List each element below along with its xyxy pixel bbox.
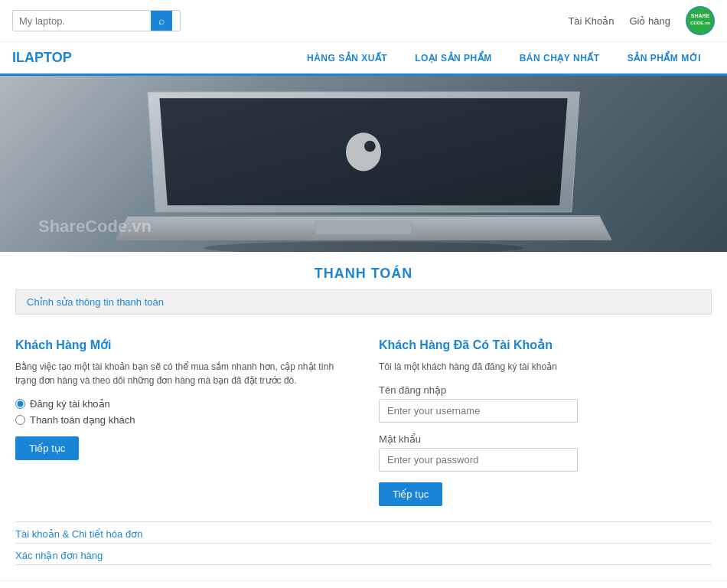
nav-ban-chay-nhat[interactable]: BÁN CHẠY NHẤT [506,44,614,73]
svg-text:SHARE: SHARE [691,13,710,18]
svg-point-7 [204,241,523,252]
section-header: Chỉnh sửa thông tin thanh toán [15,289,712,315]
section-header-link[interactable]: Chỉnh sửa thông tin thanh toán [27,296,164,308]
logo-icon: SHARE CODE.vn [686,6,715,35]
existing-customer-desc: Tôi là một khách hàng đã đăng ký tài kho… [379,360,712,374]
password-group: Mật khẩu [379,433,712,472]
main-nav: HÀNG SẢN XUẤT LOẠI SẢN PHẨM BÁN CHẠY NHẤ… [293,44,715,73]
hero-banner: ShareCode.vn [0,76,727,252]
username-group: Tên đăng nhập [379,384,712,423]
nav-loai-san-pham[interactable]: LOẠI SẢN PHẨM [401,44,506,73]
checkout-columns: Khách Hàng Mới Bằng việc tạo một tài kho… [15,330,712,521]
username-label: Tên đăng nhập [379,384,712,396]
page-title: THANH TOÁN [15,252,712,289]
cart-link[interactable]: Giỏ hàng [629,15,670,27]
new-customer-col: Khách Hàng Mới Bằng việc tạo một tài kho… [15,338,348,506]
nav-brand: ILAPTOP [12,42,87,74]
bottom-link-confirm: Xác nhận đơn hàng [15,544,712,564]
password-label: Mật khẩu [379,433,712,445]
radio-guest-input[interactable] [15,415,25,425]
account-detail-link[interactable]: Tài khoản & Chi tiết hóa đơn [15,528,142,540]
search-button[interactable]: ⌕ [151,11,172,31]
username-input[interactable] [379,399,578,423]
nav-san-pham-moi[interactable]: SẢN PHẨM MỚI [614,44,715,73]
radio-guest-label: Thanh toán dạng khách [30,414,135,426]
svg-point-3 [346,132,381,171]
register-options: Đăng ký tài khoản Thanh toán dạng khách [15,398,348,426]
top-bar: ⌕ Tài Khoản Giỏ hàng SHARE CODE.vn [0,0,727,42]
search-bar[interactable]: ⌕ [12,10,181,31]
search-input[interactable] [13,11,151,31]
radio-guest[interactable]: Thanh toán dạng khách [15,414,348,426]
account-link[interactable]: Tài Khoản [568,15,614,27]
svg-text:CODE.vn: CODE.vn [690,21,710,25]
confirm-order-link[interactable]: Xác nhận đơn hàng [15,550,103,561]
nav-bar: ILAPTOP HÀNG SẢN XUẤT LOẠI SẢN PHẨM BÁN … [0,42,727,76]
bottom-link-account: Tài khoản & Chi tiết hóa đơn [15,522,712,543]
existing-customer-title: Khách Hàng Đã Có Tài Khoản [379,338,712,352]
radio-register-label: Đăng ký tài khoản [30,398,110,410]
logo-area: SHARE CODE.vn [686,6,715,35]
new-customer-desc: Bằng việc tạo một tài khoản bạn sẽ có th… [15,360,348,387]
svg-rect-5 [315,221,411,234]
guest-continue-button[interactable]: Tiếp tục [15,436,79,460]
new-customer-title: Khách Hàng Mới [15,338,348,352]
main-content: THANH TOÁN Chỉnh sửa thông tin thanh toá… [0,252,727,580]
svg-point-4 [364,141,376,152]
divider-3 [15,564,712,565]
existing-continue-button[interactable]: Tiếp tục [379,482,442,506]
nav-hang-san-xuat[interactable]: HÀNG SẢN XUẤT [293,44,401,73]
top-right-links: Tài Khoản Giỏ hàng SHARE CODE.vn [568,6,715,35]
password-input[interactable] [379,448,578,472]
radio-register[interactable]: Đăng ký tài khoản [15,398,348,410]
radio-register-input[interactable] [15,399,25,409]
existing-customer-col: Khách Hàng Đã Có Tài Khoản Tôi là một kh… [379,338,712,506]
copyright: Copyright © ShareCode.vn [0,580,727,588]
